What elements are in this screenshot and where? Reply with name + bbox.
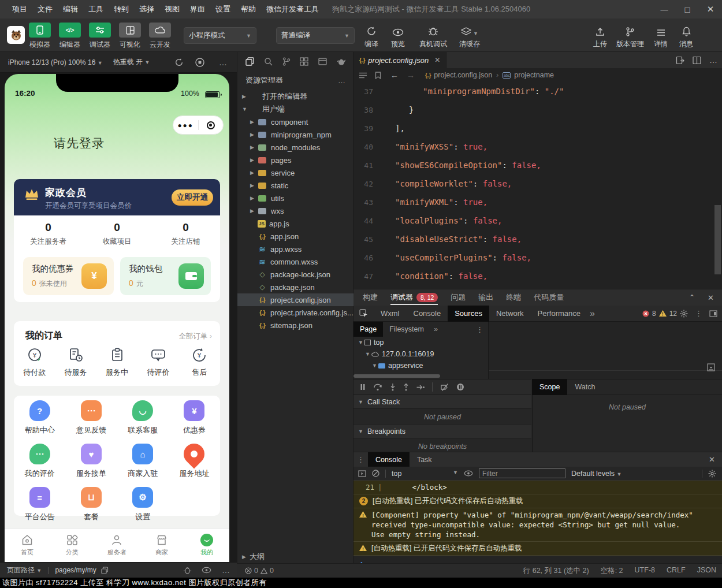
inspect-icon[interactable] xyxy=(353,309,374,318)
menu-item[interactable]: 工具 xyxy=(83,4,109,14)
tree-item[interactable]: ▶ node_modules xyxy=(237,141,354,154)
tree-item[interactable]: ≋ app.wxss xyxy=(237,243,354,255)
live-expression-eye-icon[interactable] xyxy=(464,470,473,477)
service-item[interactable]: ⚙ 设置 xyxy=(117,487,169,522)
teapot-icon[interactable] xyxy=(337,57,346,65)
bug-icon[interactable] xyxy=(183,566,192,575)
menu-item[interactable]: 视图 xyxy=(159,4,185,14)
tree-item[interactable]: ▶ wxs xyxy=(237,204,354,217)
console-settings-gear-icon[interactable] xyxy=(708,470,716,478)
stat-item[interactable]: 0 收藏项目 xyxy=(83,221,151,247)
horizontal-scrollbar[interactable] xyxy=(353,374,440,378)
tab-category[interactable]: 分类 xyxy=(50,529,95,562)
menu-item[interactable]: 选择 xyxy=(134,4,159,14)
tab-watch[interactable]: Watch xyxy=(567,379,602,395)
dock-icon[interactable] xyxy=(709,310,717,317)
bookmark-icon[interactable] xyxy=(375,72,381,79)
devtools-counts[interactable]: 8 12 xyxy=(642,310,677,318)
detail-button[interactable]: 详情 xyxy=(649,24,672,49)
editor-scrollbar[interactable] xyxy=(714,205,721,274)
more-icon[interactable]: … xyxy=(222,565,230,575)
capsule-close-button[interactable] xyxy=(199,121,224,129)
step-out-icon[interactable] xyxy=(403,384,409,391)
editor-tab[interactable]: {..} project.config.json ✕ xyxy=(353,52,446,68)
step-icon[interactable] xyxy=(416,384,425,390)
menu-item[interactable]: 界面 xyxy=(185,4,210,14)
close-console-icon[interactable]: ✕ xyxy=(709,455,715,464)
breadcrumb-file[interactable]: project.config.json xyxy=(434,71,492,79)
service-item[interactable]: ◡ 联系客服 xyxy=(117,400,169,436)
files-icon[interactable] xyxy=(245,57,254,66)
console-message[interactable]: ! [Component] property "value" of "minip… xyxy=(353,508,722,542)
open-preview-icon[interactable] xyxy=(676,56,684,65)
code-line[interactable]: 40 "minifyWXSS": true, xyxy=(353,137,722,156)
explorer-more-button[interactable]: … xyxy=(338,76,346,85)
sim-stop-button[interactable] xyxy=(195,58,204,67)
menu-item[interactable]: 项目 xyxy=(7,4,32,14)
search-icon[interactable] xyxy=(264,57,273,66)
indent-setting[interactable]: 空格: 2 xyxy=(601,566,623,576)
appservice-folder[interactable]: ▼ appservice xyxy=(353,360,488,371)
cursor-position[interactable]: 行 62, 列 31 (选中 2) xyxy=(523,566,589,576)
device-debug-button[interactable]: 真机调试 xyxy=(414,24,453,49)
close-panel-icon[interactable]: ✕ xyxy=(708,293,714,302)
editor-more-icon[interactable]: … xyxy=(709,55,717,65)
devtools-more-icon[interactable]: ⋮ xyxy=(695,309,702,318)
eol-setting[interactable]: CRLF xyxy=(667,566,686,576)
clear-cache-button[interactable]: ▼ 清缓存 xyxy=(455,24,484,49)
callstack-header[interactable]: ▼Call Stack xyxy=(353,395,531,409)
debugger-button[interactable]: 调试器 xyxy=(87,23,113,50)
sidebar-more-icon[interactable]: ⋮ xyxy=(476,325,483,334)
code-line[interactable]: 45 "disableUseStrict": false, xyxy=(353,230,722,248)
tab-merchant[interactable]: 商家 xyxy=(139,529,184,562)
devtools-tab[interactable]: Network xyxy=(489,306,531,322)
extensions-icon[interactable] xyxy=(300,57,308,66)
menu-item[interactable]: 编辑 xyxy=(58,4,83,14)
close-tab-icon[interactable]: ✕ xyxy=(434,56,440,64)
capsule-more-button[interactable]: ●●● xyxy=(173,121,198,129)
problems-indicator[interactable]: 0 0 xyxy=(245,567,274,575)
wallet-card[interactable]: 我的钱包 0元 xyxy=(120,257,211,295)
window-icon[interactable] xyxy=(318,57,327,66)
tab-scope[interactable]: Scope xyxy=(532,379,567,395)
console-filter-input[interactable] xyxy=(479,468,565,478)
tree-item[interactable]: {..} app.json xyxy=(237,230,354,243)
tab-console[interactable]: Console xyxy=(368,452,410,467)
order-pending-pay[interactable]: ¥ 待付款 xyxy=(14,347,55,378)
service-item[interactable]: ≡ 平台公告 xyxy=(14,487,65,522)
service-item[interactable]: ¥ 优惠券 xyxy=(169,400,220,436)
encoding-setting[interactable]: UTF-8 xyxy=(635,566,655,576)
debugger-tab[interactable]: 构建 xyxy=(363,289,378,306)
tree-item[interactable]: ▼ 用户端 xyxy=(237,103,354,116)
compile-button[interactable]: 编译 xyxy=(359,24,384,49)
log-levels-select[interactable]: Default levels ▼ xyxy=(571,470,621,478)
list-icon[interactable] xyxy=(359,72,367,79)
service-item[interactable]: 服务地址 xyxy=(169,444,220,479)
code-line[interactable]: 46 "useCompilerPlugins": false, xyxy=(353,248,722,267)
breadcrumb-symbol[interactable]: projectname xyxy=(514,71,554,79)
page-path-select[interactable]: 页面路径 ▼ xyxy=(7,565,42,575)
menu-item[interactable]: 设置 xyxy=(210,4,236,14)
tree-item[interactable]: ▶ utils xyxy=(237,192,354,204)
login-prompt[interactable]: 请先登录 xyxy=(54,135,105,151)
console-context-select[interactable]: top▼ xyxy=(392,470,458,478)
code-line[interactable]: 43 "minifyWXML": true, xyxy=(353,193,722,211)
code-line[interactable]: 39 ], xyxy=(353,119,722,137)
more-icon[interactable]: » xyxy=(434,325,438,333)
order-pending-review[interactable]: 待评价 xyxy=(137,347,178,378)
upload-button[interactable]: 上传 xyxy=(588,24,612,49)
service-item[interactable]: ⊔ 套餐 xyxy=(65,487,117,522)
sim-refresh-button[interactable] xyxy=(174,58,184,67)
drawer-handle-icon[interactable]: ⋮ xyxy=(353,455,368,464)
maximize-button[interactable]: □ xyxy=(676,0,699,18)
tree-item[interactable]: JS app.js xyxy=(237,217,354,230)
devtools-tab[interactable]: Sources xyxy=(448,306,489,322)
code-line[interactable]: 37 "miniprogramNpmDistDir": "./" xyxy=(353,82,722,101)
tab-servicer[interactable]: 服务者 xyxy=(95,529,140,562)
source-control-icon[interactable] xyxy=(282,57,291,66)
stat-item[interactable]: 0 关注店铺 xyxy=(151,221,220,247)
tree-item[interactable]: ▶ static xyxy=(237,179,354,192)
sources-tab-filesystem[interactable]: Filesystem xyxy=(383,322,430,337)
menu-item[interactable]: 帮助 xyxy=(236,4,261,14)
debugger-tab[interactable]: 调试器8, 12 xyxy=(390,289,438,306)
